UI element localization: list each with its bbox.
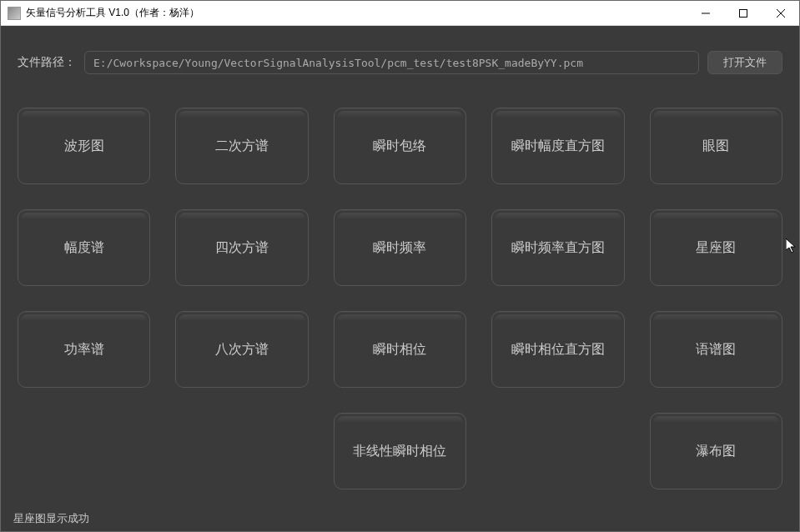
button-grid: 波形图 二次方谱 瞬时包络 瞬时幅度直方图 眼图 幅度谱 四次方谱 瞬时频率 瞬… <box>1 91 799 506</box>
minimize-button[interactable] <box>687 1 724 25</box>
open-file-button[interactable]: 打开文件 <box>707 51 782 74</box>
file-path-row: 文件路径： 打开文件 <box>1 26 799 91</box>
app-icon <box>8 7 21 20</box>
nonlinear-instant-phase-button[interactable]: 非线性瞬时相位 <box>334 413 466 489</box>
file-path-label: 文件路径： <box>18 55 76 70</box>
eighth-order-spectrum-button[interactable]: 八次方谱 <box>175 311 308 388</box>
status-bar: 星座图显示成功 <box>1 506 799 531</box>
second-order-spectrum-button[interactable]: 二次方谱 <box>175 108 308 184</box>
instant-phase-button[interactable]: 瞬时相位 <box>334 311 466 388</box>
close-button[interactable] <box>762 1 799 25</box>
main-window: 矢量信号分析工具 V1.0（作者：杨洋） 文件路径： 打开文件 波形图 二次方谱… <box>0 0 800 532</box>
instant-phase-histogram-button[interactable]: 瞬时相位直方图 <box>491 311 624 388</box>
amplitude-spectrum-button[interactable]: 幅度谱 <box>18 209 150 286</box>
instant-envelope-button[interactable]: 瞬时包络 <box>334 108 466 184</box>
eye-diagram-button[interactable]: 眼图 <box>650 108 782 184</box>
instant-amplitude-histogram-button[interactable]: 瞬时幅度直方图 <box>491 108 624 184</box>
maximize-button[interactable] <box>724 1 762 25</box>
instant-frequency-button[interactable]: 瞬时频率 <box>334 209 466 286</box>
svg-rect-1 <box>739 9 747 17</box>
waterfall-button[interactable]: 瀑布图 <box>650 413 782 489</box>
window-controls <box>687 1 799 25</box>
content-area: 文件路径： 打开文件 波形图 二次方谱 瞬时包络 瞬时幅度直方图 眼图 幅度谱 … <box>1 26 799 531</box>
spectrogram-button[interactable]: 语谱图 <box>650 311 782 388</box>
waveform-button[interactable]: 波形图 <box>18 108 150 184</box>
instant-frequency-histogram-button[interactable]: 瞬时频率直方图 <box>491 209 624 286</box>
fourth-order-spectrum-button[interactable]: 四次方谱 <box>175 209 308 286</box>
constellation-button[interactable]: 星座图 <box>650 209 782 286</box>
titlebar: 矢量信号分析工具 V1.0（作者：杨洋） <box>1 1 799 26</box>
power-spectrum-button[interactable]: 功率谱 <box>18 311 150 388</box>
file-path-input[interactable] <box>84 51 699 74</box>
window-title: 矢量信号分析工具 V1.0（作者：杨洋） <box>26 6 687 20</box>
